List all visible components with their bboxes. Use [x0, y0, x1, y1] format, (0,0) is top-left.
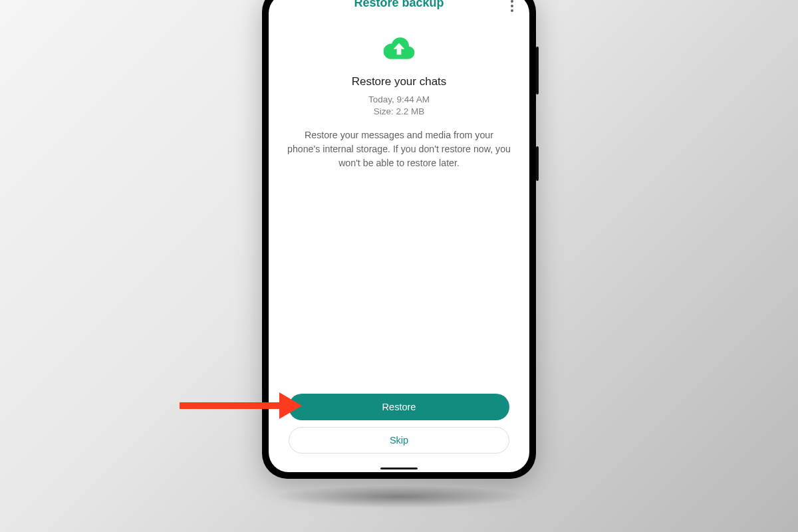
- backup-time: Today, 9:44 AM: [368, 94, 430, 106]
- volume-button: [536, 47, 539, 94]
- app-header: Restore backup: [269, 0, 529, 15]
- restore-description: Restore your messages and media from you…: [287, 128, 511, 170]
- restore-button[interactable]: Restore: [289, 394, 509, 420]
- cloud-upload-icon: [381, 35, 417, 62]
- main-content: Restore your chats Today, 9:44 AM Size: …: [269, 15, 529, 394]
- footer-actions: Restore Skip: [269, 394, 529, 472]
- skip-button[interactable]: Skip: [289, 427, 509, 454]
- home-indicator: [380, 467, 418, 469]
- backup-meta: Today, 9:44 AM Size: 2.2 MB: [368, 94, 430, 118]
- phone-frame: Restore backup Restore your chats Today,…: [262, 0, 536, 479]
- backup-size: Size: 2.2 MB: [368, 106, 430, 118]
- phone-screen: Restore backup Restore your chats Today,…: [269, 0, 529, 472]
- more-vert-icon[interactable]: [505, 0, 519, 16]
- phone-shadow: [273, 485, 525, 508]
- restore-subtitle: Restore your chats: [352, 75, 447, 88]
- page-title: Restore backup: [354, 0, 444, 10]
- power-button: [536, 146, 539, 181]
